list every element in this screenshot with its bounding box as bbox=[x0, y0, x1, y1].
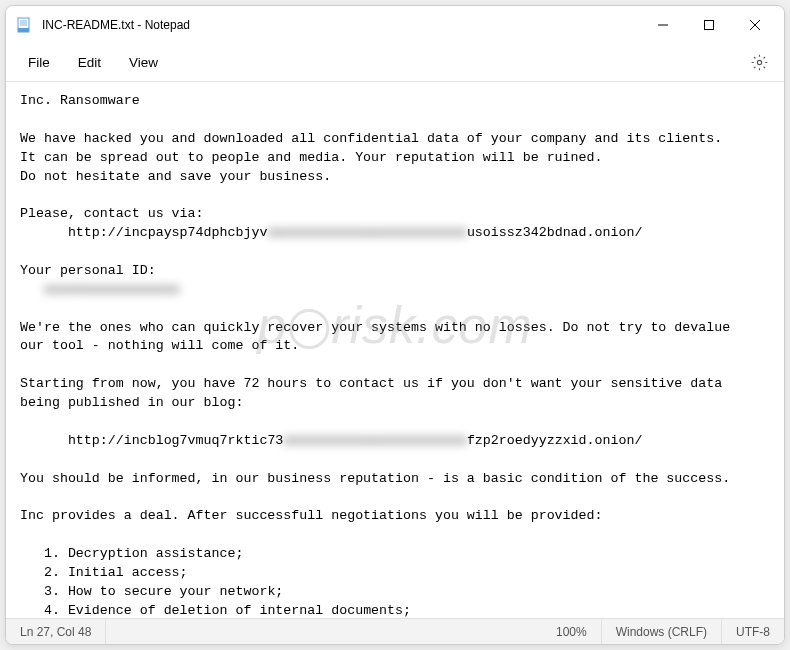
redacted-text: xxxxxxxxxxxxxxxxxxxxxxxxx bbox=[267, 225, 467, 240]
titlebar: INC-README.txt - Notepad bbox=[6, 6, 784, 44]
statusbar: Ln 27, Col 48 100% Windows (CRLF) UTF-8 bbox=[6, 618, 784, 644]
menu-edit[interactable]: Edit bbox=[64, 49, 115, 76]
status-lineend: Windows (CRLF) bbox=[602, 619, 722, 644]
notepad-icon bbox=[16, 17, 32, 33]
status-position: Ln 27, Col 48 bbox=[6, 619, 106, 644]
text-line: http://incblog7vmuq7rktic73 bbox=[20, 433, 283, 448]
text-line: Please, contact us via: bbox=[20, 206, 204, 221]
text-line: Your personal ID: bbox=[20, 263, 156, 278]
menu-view[interactable]: View bbox=[115, 49, 172, 76]
menu-file[interactable]: File bbox=[14, 49, 64, 76]
text-line: fzp2roedyyzzxid.onion/ bbox=[467, 433, 643, 448]
svg-rect-1 bbox=[18, 28, 29, 32]
window-title: INC-README.txt - Notepad bbox=[42, 18, 190, 32]
svg-rect-6 bbox=[705, 20, 714, 29]
text-line: being published in our blog: bbox=[20, 395, 243, 410]
text-line: Inc provides a deal. After successfull n… bbox=[20, 508, 603, 523]
notepad-window: INC-README.txt - Notepad File Edit View … bbox=[5, 5, 785, 645]
text-line: Do not hesitate and save your business. bbox=[20, 169, 331, 184]
text-line: 3. How to secure your network; bbox=[20, 584, 283, 599]
text-line: 2. Initial access; bbox=[20, 565, 188, 580]
svg-point-9 bbox=[757, 60, 761, 64]
text-line: Inc. Ransomware bbox=[20, 93, 140, 108]
text-line: Starting from now, you have 72 hours to … bbox=[20, 376, 722, 391]
redacted-text: xxxxxxxxxxxxxxxxxxxxxxx bbox=[283, 433, 467, 448]
redacted-text: xxxxxxxxxxxxxxxxx bbox=[20, 282, 180, 297]
text-line: It can be spread out to people and media… bbox=[20, 150, 603, 165]
menubar: File Edit View bbox=[6, 44, 784, 82]
text-line: 4. Evidence of deletion of internal docu… bbox=[20, 603, 411, 618]
text-line: You should be informed, in our business … bbox=[20, 471, 730, 486]
text-editor[interactable]: Inc. Ransomware We have hacked you and d… bbox=[6, 82, 784, 618]
settings-button[interactable] bbox=[742, 46, 776, 80]
text-line: usoissz342bdnad.onion/ bbox=[467, 225, 643, 240]
minimize-button[interactable] bbox=[640, 9, 686, 41]
close-button[interactable] bbox=[732, 9, 778, 41]
text-line: We have hacked you and downloaded all co… bbox=[20, 131, 722, 146]
text-line: http://incpaysp74dphcbjyv bbox=[20, 225, 267, 240]
text-line: our tool - nothing will come of it. bbox=[20, 338, 299, 353]
status-zoom: 100% bbox=[542, 619, 602, 644]
text-line: 1. Decryption assistance; bbox=[20, 546, 243, 561]
text-line: We're the ones who can quickly recover y… bbox=[20, 320, 730, 335]
status-encoding: UTF-8 bbox=[722, 619, 784, 644]
maximize-button[interactable] bbox=[686, 9, 732, 41]
